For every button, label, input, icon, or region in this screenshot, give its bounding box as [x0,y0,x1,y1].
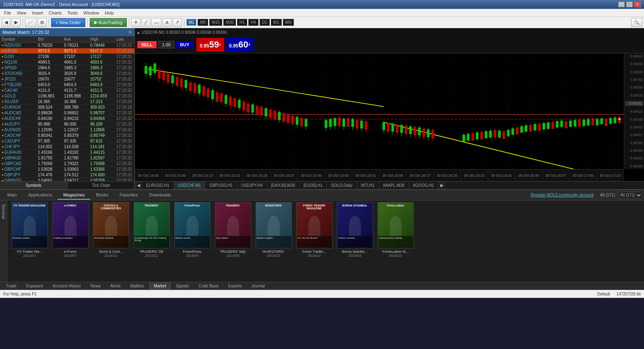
chart-tab-aapl-m30[interactable]: #AAPL,M30 [379,182,409,189]
bottom-tab-main[interactable]: Main [2,191,23,200]
menubar-item-window[interactable]: Window [81,10,101,16]
crosshair-button[interactable]: ✛ [131,18,140,27]
bottom-tab-books[interactable]: Books [90,191,114,200]
magazine-item[interactable]: ForexPressMarket reviewForexPress2014/04 [173,202,211,280]
market-watch-row[interactable]: ● DJ3017106171071711717:20:31 [0,54,134,60]
menubar-item-view[interactable]: View [14,10,29,16]
chart-tab-usdchf-m1[interactable]: USDCHF,M1 [174,182,205,189]
magazine-item[interactable]: BORSA ISTANBULTurkish marketsBorsa Istan… [336,202,374,280]
market-watch-row[interactable]: ● JP22515670156771575217:20:32 [0,76,134,82]
status-tab-news[interactable]: News [86,283,105,289]
market-watch-row[interactable]: ● AUDJPY95.98896.00096.10917:20:32 [0,122,134,127]
search-button[interactable]: 🔍 [631,18,642,27]
menubar-item-insert[interactable]: Insert [29,10,45,16]
chart-canvas[interactable] [135,54,624,169]
tf-m30-button[interactable]: M30 [223,19,236,26]
maximize-button[interactable]: □ [626,2,633,7]
tf-h4-button[interactable]: H4 [248,19,258,26]
line-button[interactable]: ╱ [142,18,150,27]
tick-chart-tab[interactable]: Tick Chart [68,182,135,189]
menubar-item-charts[interactable]: Charts [46,10,64,16]
register-mql5-link[interactable]: Register MQL5.community account [528,193,597,197]
magazine-item[interactable]: INVESTORS'Market insightsINVESTORS'2014/… [254,202,293,280]
market-watch-row[interactable]: ● STOXX503025.43026.83049.617:20:31 [0,71,134,76]
menubar-item-tools[interactable]: Tools [65,10,80,16]
forward-button[interactable]: ▶ [12,18,21,27]
chart-tab-usdjpy-h4[interactable]: USDJPY,H4 [237,182,267,189]
buy-button[interactable]: BUY [176,41,193,48]
filter-dropdown[interactable]: All (171) [618,192,642,199]
market-watch-row[interactable]: ● SP5001984.51985.31986.317:20:32 [0,65,134,71]
magazine-item[interactable]: TRADERS'Einstellungen für das Trading-Er… [132,202,171,280]
market-watch-row[interactable]: ● NQ1004080.54081.04093.517:20:32 [0,60,134,65]
sell-button[interactable]: SELL [137,41,157,48]
market-watch-row[interactable]: ● GBPNZD2.046622.047172.0570917:20:32 [0,178,134,181]
market-watch-row[interactable]: ● FTSE1006453.06454.36483.917:20:32 [0,82,134,88]
tf-h1-button[interactable]: H1 [237,19,247,26]
market-watch-close[interactable]: ✕ [128,29,132,35]
bottom-tab-magazines[interactable]: Magazines [58,191,90,200]
chart-tab-dax30-m30[interactable]: [DAX30],M30 [267,182,299,189]
status-tab-trade[interactable]: Trade [2,283,21,289]
market-watch-row[interactable]: ● GOLD1196.8811196.9981216.65917:20:31 [0,93,134,99]
status-tab-codebase[interactable]: Code Base [194,283,223,289]
market-watch-row[interactable]: ● EURHUF308.524308.789309.92317:20:18 [0,105,134,110]
market-watch-row[interactable]: ● GBPAUD1.817501.817801.8258717:20:32 [0,155,134,161]
status-tab-alerts[interactable]: Alerts [106,283,125,289]
market-watch-row[interactable]: ● EURAUD1.431661.431921.4411517:20:31 [0,150,134,155]
terminal-side-label[interactable]: Terminal [0,200,7,282]
magazine-item[interactable]: e-FOREXTrading strategiese-Forex2014/07 [51,202,89,280]
back-button[interactable]: ◀ [2,18,10,27]
quantity-input[interactable] [158,41,174,48]
tf-w1-button[interactable]: W1 [271,19,282,26]
market-watch-row[interactable]: ● SILVER16.36516.39017.21317:20:20 [0,99,134,105]
magazine-item[interactable]: Forex LatinoLatinoamerica tradingForexLa… [376,202,415,280]
market-watch-row[interactable]: ● CADJPY97.30597.33597.61517:20:32 [0,138,134,144]
tf-m1-button[interactable]: M1 [186,19,197,26]
menubar-item-file[interactable]: File [2,10,14,16]
status-tab-signals[interactable]: Signals [171,283,194,289]
chart-tab-gbpusd-h1[interactable]: GBPUSD,H1 [205,182,237,189]
arrow-button[interactable]: ↗ [173,18,182,27]
hline-button[interactable]: — [151,18,161,27]
menubar-item-help[interactable]: Help [102,10,116,16]
market-watch-row[interactable]: ● AUDCHF0.841900.842100.8436417:20:32 [0,116,134,122]
symbols-tab[interactable]: Symbols [0,182,68,189]
market-watch-row[interactable]: ● AUDCAD0.986280.986520.9870717:20:32 [0,110,134,116]
chart-tabs-right-scroll[interactable]: ▶ [438,182,446,189]
market-watch-row[interactable]: ● CHFJPY114.002114.028114.18117:20:32 [0,144,134,150]
text-button[interactable]: A [163,18,171,27]
chart-tab-gold-daily[interactable]: GOLD,Daily [327,182,357,189]
market-watch-row[interactable]: ● GBPCHF1.530281.530631.5336617:20:32 [0,167,134,172]
status-tab-account-history[interactable]: Account History [48,283,85,289]
chart-tab-dji30-h1[interactable]: [DJI30],H1 [299,182,327,189]
market-watch-row[interactable]: ● CAC404131.04131.74151.517:20:32 [0,88,134,93]
chart-tabs-left-scroll[interactable]: ◀ [135,182,142,189]
close-button[interactable]: ✕ [634,2,641,7]
new-chart-button[interactable]: 📈 [25,18,36,27]
chart-tab-goog-h1[interactable]: #GOOG,H1 [409,182,438,189]
market-watch-row[interactable]: ● AUDNZD1.125951.126271.1280617:20:32 [0,127,134,133]
status-tab-journal[interactable]: Journal [247,283,269,289]
chart-tab-wti-h1[interactable]: WTI,H1 [357,182,379,189]
market-watch-row[interactable]: ● GBPCAD1.792691.793221.7935817:20:32 [0,161,134,167]
magazine-item[interactable]: FX TRADER MAGAZINEBrazilian tradersFX Tr… [10,202,49,280]
chart-tab-eurusd-h1[interactable]: EURUSD,H1 [142,182,174,189]
market-watch-row[interactable]: ● CADCHF0.853410.853790.8574917:20:31 [0,133,134,138]
bottom-tab-applications[interactable]: Applications [23,191,58,200]
bottom-tab-downloads[interactable]: Downloads [143,191,176,200]
tf-mn-button[interactable]: MN [283,19,294,26]
status-tab-market[interactable]: Market [149,283,171,289]
magazine-item[interactable]: FOREX TRADER MAGAZINEAre You the Brave?F… [295,202,333,280]
status-tab-experts[interactable]: Experts [224,283,246,289]
tf-m5-button[interactable]: M5 [198,19,208,26]
magazine-item[interactable]: STOCKS & COMMODITIESTechnical analysisSt… [92,202,130,280]
market-watch-row[interactable]: ● GBPJPY174.476174.512174.60017:20:32 [0,172,134,178]
magazine-item[interactable]: TRADERS'Italy editionTRADERS' Italy2014/… [214,202,252,280]
market-watch-row[interactable]: ● DAX309070.59071.59147.317:20:32 [0,48,134,54]
status-tab-mailbox[interactable]: Mailbox [126,283,149,289]
new-order-button[interactable]: + New Order [51,18,85,27]
minimize-button[interactable]: _ [618,2,625,7]
autotrading-button[interactable]: ▶ AutoTrading [90,18,127,27]
market-watch-row[interactable]: ● NZDUSD0.782100.782210.7844617:20:32 [0,43,134,48]
